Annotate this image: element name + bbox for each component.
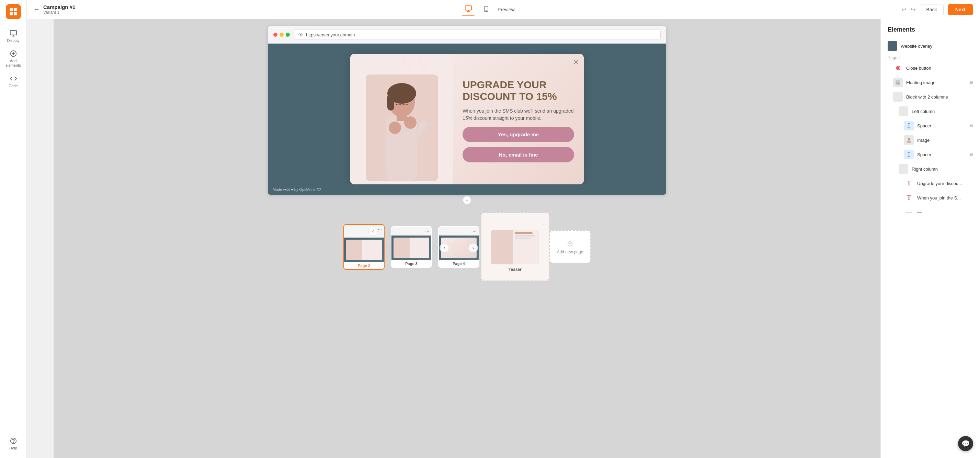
element-text-when[interactable]: T When you join the S... [881,191,980,205]
element-text-when-label: When you join the S... [917,196,972,200]
browser-mock: 👁 https://enter.your.domain ✕ [268,26,666,195]
popup-person-image [366,75,438,181]
element-left-column[interactable]: Left column [881,104,980,118]
teaser-label: Teaser [509,267,522,272]
desktop-device-button[interactable] [462,3,475,16]
page-thumb-4[interactable]: ··· ‹ › Page 4 [438,226,479,268]
element-image[interactable]: Image [881,133,980,147]
text-upgrade-icon: T [904,178,914,188]
sidebar-item-add-elements[interactable]: Add elements [0,46,26,71]
redo-button[interactable]: ↪ [911,6,916,13]
spacer-2-icon [904,150,914,159]
element-floating-image[interactable]: Floating image 🖥 [881,75,980,90]
image-placeholder-icon [895,80,901,85]
main-area: 👁 https://enter.your.domain ✕ [54,19,980,458]
element-spacer-1-label: Spacer [917,123,966,129]
preview-label: Preview [498,7,515,12]
element-spacer-2-label: Spacer [917,152,966,157]
svg-rect-2 [10,12,13,16]
element-left-column-label: Left column [912,109,973,114]
dot-yellow [280,33,284,37]
logo-icon [9,7,18,16]
page-2-section-label: Page 2 [881,53,980,61]
divider-icon [904,207,914,217]
teaser-menu[interactable]: ··· [542,222,549,227]
spacer-arrows-icon [906,123,912,129]
campaign-name: Campaign #1 [43,4,75,10]
element-divider-label: — [917,210,973,215]
header-right: ↩ ↪ Back Next [901,4,973,15]
sidebar-item-display[interactable]: Display [0,26,26,46]
element-image-label: Image [917,138,973,143]
left-sidebar: Display Add elements Code Help [0,0,27,458]
popup-primary-button[interactable]: Yes, upgrade me [463,127,574,142]
svg-point-20 [404,116,417,129]
next-button[interactable]: Next [948,4,973,15]
element-spacer-2[interactable]: Spacer 🖥 [881,147,980,162]
page-thumb-2-menu[interactable]: ··· [378,226,382,236]
page-thumb-4-menu[interactable]: ··· [473,228,477,234]
right-panel: Elements Website overlay Page 2 ⊗ Close … [880,19,980,458]
element-block-columns-label: Block with 2 columns [906,94,973,100]
top-header: ← Campaign #1 Variant 1 Preview ↩ ↪ Back… [27,0,980,19]
support-bubble[interactable]: 💬 [958,436,973,451]
help-icon [10,437,17,445]
page-thumb-4-prev[interactable]: ‹ [439,243,449,253]
campaign-variant: Variant 1 [43,10,75,15]
image-element-icon [904,135,914,145]
popup-close-button[interactable]: ✕ [573,58,579,66]
page-thumb-2[interactable]: ‹ ··· Page 2 [344,224,385,270]
browser-dots [273,33,290,37]
element-website-overlay[interactable]: Website overlay [881,39,980,53]
page-thumb-2-prev[interactable]: ‹ [368,226,378,236]
page-thumb-teaser[interactable]: ··· Teaser [481,213,549,281]
element-text-upgrade-label: Upgrade your discou... [917,181,972,186]
add-new-page-button[interactable]: ⊕ Add new page [549,231,590,263]
back-button[interactable]: Back [920,4,943,15]
mobile-icon [483,5,489,13]
preview-area: 👁 https://enter.your.domain ✕ [54,19,880,458]
person-silhouette [366,75,438,181]
dot-red [273,33,277,37]
element-website-overlay-label: Website overlay [901,44,973,49]
popup-footer-text: Made with ♥ by OptiMonk [273,188,315,192]
spacer-2-arrows-icon [906,152,912,157]
svg-point-22 [908,138,910,140]
element-close-button[interactable]: ⊗ Close button [881,61,980,75]
page-thumb-4-next[interactable]: › [468,243,478,253]
browser-bar: 👁 https://enter.your.domain [268,26,666,44]
undo-button[interactable]: ↩ [901,6,907,13]
sidebar-item-code-label: Code [9,84,18,88]
element-text-upgrade[interactable]: T Upgrade your discou... [881,176,980,191]
page-thumb-2-mini [346,240,382,260]
popup-secondary-button[interactable]: No, email is fine [463,147,574,162]
back-arrow-button[interactable]: ← [33,6,40,13]
website-overlay-icon [888,41,897,51]
chevron-down-button[interactable]: ⌄ [463,196,471,204]
page-thumb-3-mini [393,238,429,258]
element-block-2-columns[interactable]: Block with 2 columns [881,90,980,104]
svg-rect-1 [14,8,17,11]
divider-2 [433,246,438,247]
url-bar[interactable]: 👁 https://enter.your.domain [294,30,661,40]
page-thumb-3-menu[interactable]: ··· [425,228,429,234]
svg-rect-8 [465,6,471,10]
page-thumb-2-label: Page 2 [344,262,384,269]
page-thumb-3[interactable]: ··· Page 3 [391,226,432,268]
element-divider[interactable]: — [881,205,980,219]
svg-rect-21 [896,80,900,85]
sidebar-item-code[interactable]: Code [0,72,26,92]
popup-footer: Made with ♥ by OptiMonk 🛡 [268,184,666,195]
logo-button[interactable] [6,4,21,19]
svg-rect-4 [10,30,16,35]
url-text: https://enter.your.domain [306,32,355,37]
sidebar-item-help-label: Help [9,446,17,450]
page-thumb-4-label: Page 4 [439,260,479,267]
popup-card: ✕ [350,54,584,184]
support-icon: 💬 [961,439,970,448]
element-spacer-1[interactable]: Spacer 🖥 [881,118,980,133]
element-right-column[interactable]: Right column [881,162,980,176]
sidebar-item-help[interactable]: Help [0,434,26,454]
header-left: ← Campaign #1 Variant 1 [33,4,75,15]
mobile-device-button[interactable] [480,3,492,16]
